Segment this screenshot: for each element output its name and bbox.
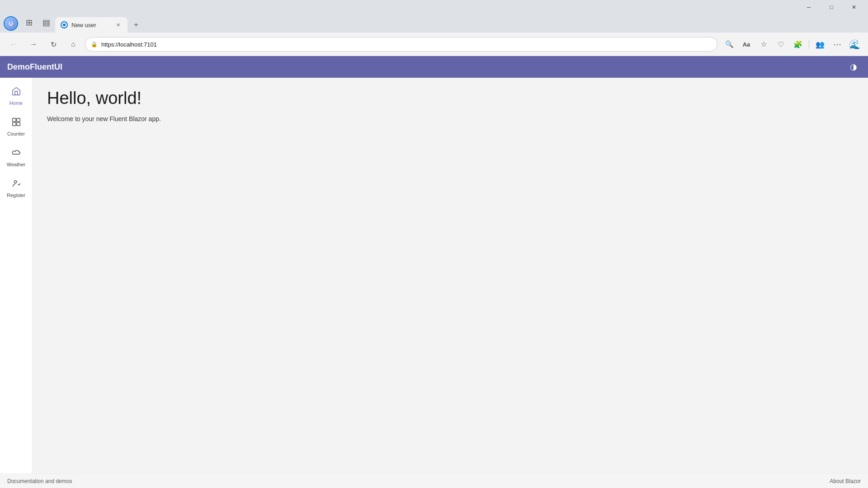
home-icon — [11, 86, 21, 99]
browser-window: ─ □ ✕ U ⊞ ▤ New user ✕ + ← → ↻ ⌂ 🔒 https… — [0, 0, 868, 488]
main-content: Hello, world! Welcome to your new Fluent… — [33, 78, 868, 474]
new-tab-button[interactable]: + — [128, 17, 144, 33]
counter-icon — [11, 117, 21, 129]
extensions-button[interactable]: 🧩 — [790, 36, 806, 52]
register-icon — [11, 178, 21, 191]
sidebar-item-home[interactable]: Home — [2, 81, 31, 110]
tab-title: New user — [71, 22, 96, 28]
app-container: DemoFluentUI ◑ Home — [0, 56, 868, 488]
app-body: Home Counter — [0, 78, 868, 474]
maximize-button[interactable]: □ — [821, 0, 842, 14]
toolbar-divider — [809, 40, 809, 49]
title-bar: ─ □ ✕ — [0, 0, 868, 14]
docs-link[interactable]: Documentation and demos — [7, 478, 72, 484]
app-title: DemoFluentUI — [7, 62, 62, 72]
address-bar: ← → ↻ ⌂ 🔒 https://localhost:7101 🔍 Aa ☆ … — [0, 33, 868, 56]
url-text: https://localhost:7101 — [101, 41, 712, 48]
page-heading: Hello, world! — [47, 89, 854, 108]
sidebar-item-register-label: Register — [7, 192, 25, 198]
more-button[interactable]: ⋯ — [829, 36, 845, 52]
avatar: U — [5, 17, 17, 30]
tab-close-button[interactable]: ✕ — [114, 21, 122, 29]
read-aloud-button[interactable]: Aa — [738, 36, 755, 52]
toolbar-actions: 🔍 Aa ☆ ♡ 🧩 👥 ⋯ 🌊 — [721, 36, 863, 52]
sidebar-item-counter[interactable]: Counter — [2, 112, 31, 141]
page-subtitle: Welcome to your new Fluent Blazor app. — [47, 115, 854, 122]
vertical-tabs-button[interactable]: ▤ — [38, 14, 54, 31]
forward-button[interactable]: → — [25, 36, 42, 52]
favorites-button[interactable]: ☆ — [755, 36, 772, 52]
sidebar: Home Counter — [0, 78, 33, 474]
search-button[interactable]: 🔍 — [721, 36, 737, 52]
svg-rect-1 — [16, 118, 19, 121]
svg-rect-2 — [12, 122, 15, 125]
active-tab[interactable]: New user ✕ — [55, 17, 127, 33]
profile-button[interactable]: U — [4, 16, 18, 31]
minimize-button[interactable]: ─ — [798, 0, 819, 14]
home-button[interactable]: ⌂ — [65, 36, 81, 52]
sidebar-item-weather-label: Weather — [7, 162, 25, 167]
profiles-button[interactable]: 👥 — [812, 36, 828, 52]
lock-icon: 🔒 — [91, 41, 98, 47]
collections-button[interactable]: ♡ — [773, 36, 789, 52]
back-button[interactable]: ← — [5, 36, 22, 52]
refresh-button[interactable]: ↻ — [45, 36, 61, 52]
sidebar-item-counter-label: Counter — [7, 131, 25, 136]
app-header: DemoFluentUI ◑ — [0, 56, 868, 78]
workspaces-button[interactable]: ⊞ — [21, 14, 37, 31]
svg-rect-3 — [16, 122, 19, 125]
address-input[interactable]: 🔒 https://localhost:7101 — [85, 37, 717, 52]
close-button[interactable]: ✕ — [844, 0, 864, 14]
theme-toggle-button[interactable]: ◑ — [846, 60, 861, 74]
svg-point-4 — [14, 180, 17, 183]
app-footer: Documentation and demos About Blazor — [0, 474, 868, 488]
tab-favicon — [61, 21, 68, 28]
tab-bar: U ⊞ ▤ New user ✕ + — [0, 14, 868, 33]
edge-icon: 🌊 — [846, 36, 863, 52]
sidebar-item-register[interactable]: Register — [2, 174, 31, 202]
sidebar-item-home-label: Home — [9, 100, 23, 106]
about-link[interactable]: About Blazor — [830, 478, 861, 484]
sidebar-item-weather[interactable]: Weather — [2, 143, 31, 172]
weather-icon — [11, 148, 21, 160]
svg-rect-0 — [12, 118, 15, 121]
